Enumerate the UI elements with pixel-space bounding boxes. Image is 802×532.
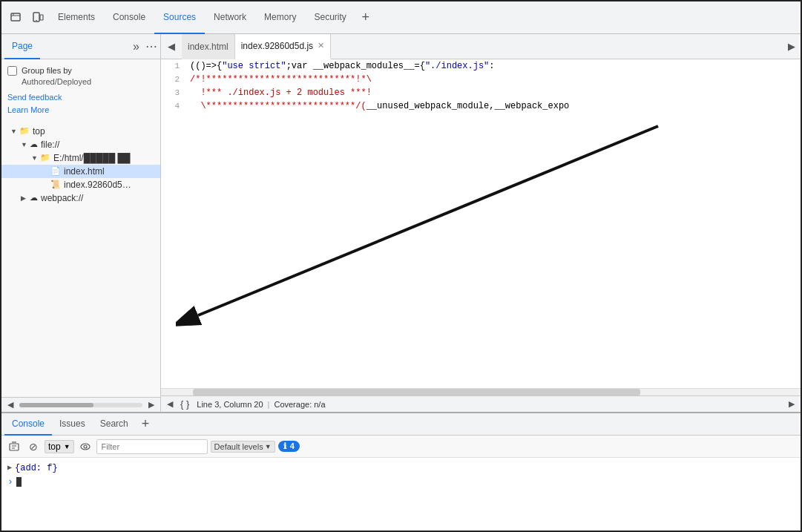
cursor-position: Line 3, Column 20 <box>197 400 263 409</box>
code-editor[interactable]: 1 (()=>{"use strict";var __webpack_modul… <box>161 59 801 395</box>
code-line-4: 4 \****************************/(__unuse… <box>161 99 801 113</box>
bottom-add-panel-button[interactable]: + <box>139 416 153 432</box>
bottom-tab-bar: Console Issues Search + <box>1 413 801 436</box>
editor-tab-index-js[interactable]: index.92860d5d.js ✕ <box>235 34 331 59</box>
svg-rect-0 <box>11 13 20 21</box>
console-filter-input[interactable] <box>96 439 208 454</box>
editor-tab-index-html[interactable]: index.html <box>182 34 235 59</box>
badge-icon: ℹ <box>283 441 286 450</box>
tab-console[interactable]: Console <box>104 1 154 34</box>
format-button[interactable]: { } <box>180 398 189 410</box>
annotation-arrow <box>176 119 680 326</box>
sidebar-links: Send feedback Learn More <box>1 90 160 123</box>
code-line-2: 2 /*!****************************!*\ <box>161 73 801 86</box>
console-eye-button[interactable] <box>77 439 93 455</box>
console-cursor <box>16 477 22 487</box>
editor-forward-button[interactable]: ▶ <box>783 38 801 56</box>
group-files-checkbox[interactable] <box>7 66 17 76</box>
code-line-3: 3 !*** ./index.js + 2 modules ***! <box>161 86 801 99</box>
editor-back-button[interactable]: ◀ <box>162 38 180 56</box>
svg-line-7 <box>198 126 658 315</box>
bottom-tab-issues[interactable]: Issues <box>52 413 93 436</box>
sidebar-content: Group files by Authored/Deployed Send fe… <box>1 59 160 397</box>
tree-spacer2 <box>42 181 50 188</box>
sidebar-scroll-right[interactable]: ▶ <box>145 400 157 410</box>
sidebar: Page » ⋯ Group files by Authored/Deploye… <box>1 34 161 412</box>
tree-arrow-webpack: ▶ <box>21 194 30 202</box>
svg-rect-8 <box>10 444 19 450</box>
svg-point-5 <box>36 19 37 21</box>
svg-point-12 <box>81 444 90 450</box>
learn-more-link[interactable]: Learn More <box>7 104 154 117</box>
bottom-tab-search[interactable]: Search <box>93 413 136 436</box>
folder-icon: 📁 <box>19 126 30 136</box>
sidebar-bottom-nav: ◀ ▶ <box>1 397 160 412</box>
tab-elements[interactable]: Elements <box>49 1 104 34</box>
tree-item-folder[interactable]: ▼ 📁 E:/html/█████ ██ <box>1 151 160 165</box>
prompt-symbol: › <box>7 476 13 487</box>
top-tabbar: Elements Console Sources Network Memory … <box>1 1 801 34</box>
code-line-1: 1 (()=>{"use strict";var __webpack_modul… <box>161 59 801 73</box>
coverage-status: Coverage: n/a <box>274 400 325 409</box>
file-tree: ▼ 📁 top ▼ ☁ file:// ▼ 📁 E:/html/████ <box>1 123 160 206</box>
editor-tab-close[interactable]: ✕ <box>318 41 324 50</box>
webpack-icon: ☁ <box>30 193 38 203</box>
add-panel-button[interactable]: + <box>355 7 376 28</box>
tab-memory[interactable]: Memory <box>255 1 305 34</box>
tab-network[interactable]: Network <box>205 1 255 34</box>
console-prompt-line: › <box>7 476 795 488</box>
console-object-line: ▶ {add: f} <box>7 461 795 476</box>
main-area: Page » ⋯ Group files by Authored/Deploye… <box>1 34 801 412</box>
tab-sources[interactable]: Sources <box>154 1 205 34</box>
expand-arrow[interactable]: ▶ <box>7 462 12 475</box>
sidebar-more-button[interactable]: » <box>130 40 142 53</box>
tree-spacer <box>42 168 50 175</box>
tree-item-file-proto[interactable]: ▼ ☁ file:// <box>1 138 160 151</box>
svg-point-13 <box>84 445 87 448</box>
console-object-value: {add: f} <box>15 462 58 475</box>
editor-area: ◀ index.html index.92860d5d.js ✕ ▶ 1 (()… <box>161 34 801 412</box>
tree-arrow-file: ▼ <box>21 141 30 148</box>
group-files-option: Group files by Authored/Deployed <box>1 62 160 90</box>
sidebar-tab-bar: Page » ⋯ <box>1 34 160 59</box>
devtools-window: Elements Console Sources Network Memory … <box>0 0 802 532</box>
levels-chevron: ▼ <box>265 443 272 450</box>
status-bar: ◀ { } Line 3, Column 20 | Coverage: n/a … <box>161 395 801 412</box>
inspect-icon[interactable] <box>5 7 26 28</box>
editor-hscrollbar[interactable] <box>161 388 801 395</box>
editor-tab-bar: ◀ index.html index.92860d5d.js ✕ ▶ <box>161 34 801 59</box>
selector-chevron: ▼ <box>64 443 70 450</box>
console-clear-button[interactable] <box>6 439 22 455</box>
console-context-selector[interactable]: top ▼ <box>45 440 74 453</box>
tree-arrow-top: ▼ <box>10 128 19 135</box>
tree-arrow-folder: ▼ <box>31 154 40 162</box>
html-file-icon: 📄 <box>50 166 61 176</box>
sidebar-tab-page[interactable]: Page <box>4 34 40 59</box>
js-file-icon: 📜 <box>50 180 61 189</box>
tree-item-webpack[interactable]: ▶ ☁ webpack:// <box>1 191 160 205</box>
cloud-icon: ☁ <box>30 139 38 149</box>
tree-item-index-js[interactable]: 📜 index.92860d5… <box>1 178 160 191</box>
folder2-icon: 📁 <box>40 153 50 162</box>
console-output: ▶ {add: f} › <box>1 458 801 531</box>
sidebar-scroll-left[interactable]: ◀ <box>4 400 16 410</box>
bottom-panel: Console Issues Search + ⊘ <box>1 412 801 531</box>
console-error-badge: ℹ 4 <box>278 441 300 452</box>
tree-item-top[interactable]: ▼ 📁 top <box>1 125 160 138</box>
tab-security[interactable]: Security <box>305 1 355 34</box>
tree-item-index-html[interactable]: 📄 index.html <box>1 165 160 178</box>
console-toolbar: ⊘ top ▼ Default levels ▼ ℹ 4 <box>1 436 801 458</box>
device-toolbar-icon[interactable] <box>27 7 48 28</box>
console-default-levels[interactable]: Default levels ▼ <box>211 441 275 453</box>
console-no-icon[interactable]: ⊘ <box>25 439 42 455</box>
send-feedback-link[interactable]: Send feedback <box>7 91 154 105</box>
bottom-tab-console[interactable]: Console <box>4 413 52 436</box>
svg-rect-4 <box>40 15 43 20</box>
scroll-right-btn[interactable]: ▶ <box>789 399 795 409</box>
sidebar-options-button[interactable]: ⋯ <box>145 39 157 53</box>
scroll-left-btn[interactable]: ◀ <box>167 399 173 409</box>
